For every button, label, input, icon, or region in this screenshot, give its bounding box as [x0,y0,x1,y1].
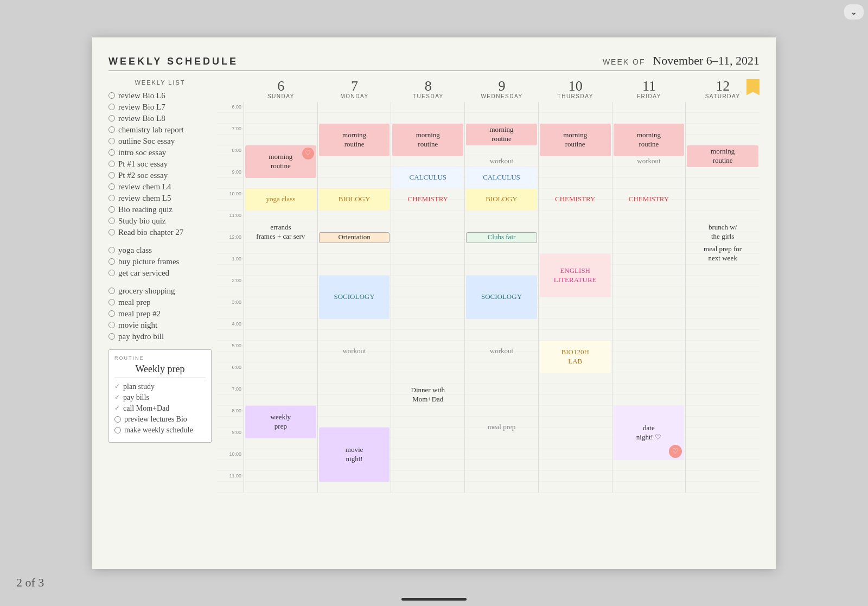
grid-cell [465,286,539,297]
grid-cell [465,319,539,330]
grid-cell [612,308,686,319]
grid-cell [244,384,318,395]
day-headers: 6 SUNDAY 7 MONDAY 8 TUESDAY 9 WEDNESDAY … [217,79,760,102]
grid-cell [686,189,760,200]
grid-cell [612,460,686,471]
grid-cell [391,254,465,265]
grid-cell [539,395,612,406]
checkbox-circle[interactable] [108,104,115,110]
grid-cell [465,221,539,232]
grid-cell [686,471,760,482]
week-of-label: WEEK OF [603,58,646,66]
sidebar-item-text: Pt #2 soc essay [118,171,168,180]
grid-cell [318,276,392,286]
grid-cell [391,265,465,276]
dropdown-button[interactable]: ⌄ [844,4,864,20]
checkbox-circle[interactable] [108,115,115,122]
grid-cell [391,124,465,135]
grid-cell [244,438,318,449]
time-row: 10:00 [217,189,760,200]
grid-cell [686,243,760,254]
grid-cell [686,286,760,297]
routine-box: ROUTINE Weekly prep ✓plan study✓pay bill… [108,349,212,443]
checkbox-circle[interactable] [108,138,115,144]
grid-cell [391,156,465,167]
sidebar-list-item: buy picture frames [108,257,212,266]
grid-cell [244,428,318,438]
checkbox-circle[interactable] [108,270,115,276]
checkbox-circle[interactable] [108,161,115,167]
grid-cell [244,210,318,221]
sidebar-item-text: review Bio L8 [118,114,165,123]
grid-cell [539,210,612,221]
checkbox-circle[interactable] [108,258,115,265]
time-label: 8:00 [217,145,244,156]
grid-cell [539,221,612,232]
grid-cell [465,102,539,113]
grid-cell [244,406,318,417]
grid-cell [686,221,760,232]
sidebar-list-item: intro soc essay [108,148,212,157]
grid-cell [539,438,612,449]
checkbox-circle[interactable] [108,218,115,224]
grid-cell [465,449,539,460]
grid-cell [539,352,612,362]
grid-cell [612,200,686,210]
grid-cell [391,341,465,352]
checkbox-circle[interactable] [108,322,115,328]
checkbox-circle[interactable] [108,299,115,305]
time-row [217,156,760,167]
time-label: 1:00 [217,254,244,265]
grid-cell [244,243,318,254]
grid-cell [391,417,465,428]
checkbox-circle[interactable] [108,183,115,190]
grid-cell [686,265,760,276]
grid-cell [318,210,392,221]
checkbox-circle[interactable] [108,333,115,340]
checkbox-circle[interactable] [108,206,115,213]
checkbox-circle[interactable] [108,92,115,99]
time-label [217,178,244,189]
grid-cell [686,210,760,221]
grid-cell [244,124,318,135]
sidebar-item-text: outline Soc essay [118,137,175,146]
grid-cell [465,384,539,395]
grid-cell [465,254,539,265]
grid-cell [686,341,760,352]
checkbox-circle[interactable] [108,288,115,294]
time-label: 8:00 [217,406,244,417]
checkbox-circle[interactable] [108,310,115,317]
checkbox-circle[interactable] [108,172,115,178]
time-label [217,373,244,384]
grid-cell [244,482,318,493]
grid-cell [465,178,539,189]
grid-cell [318,243,392,254]
grid-cell [465,113,539,124]
grid-cell [465,471,539,482]
time-row [217,265,760,276]
checkbox-circle[interactable] [114,416,121,423]
grid-cell [244,341,318,352]
grid-cell [244,265,318,276]
grid-cell [391,167,465,178]
grid-cell [686,102,760,113]
grid-cell [539,254,612,265]
checkbox-circle[interactable] [108,229,115,235]
sidebar-title: WEEKLY LIST [108,79,212,86]
day-header-friday: 11 FRIDAY [612,79,686,102]
checkbox-circle[interactable] [108,149,115,156]
grid-cell [244,373,318,384]
time-row: 6:00 [217,102,760,113]
grid-cell [612,395,686,406]
checkbox-circle[interactable] [108,247,115,253]
checkbox-circle[interactable] [114,427,121,433]
time-row: 4:00 [217,319,760,330]
grid-cell [612,156,686,167]
grid-cell [686,145,760,156]
checkbox-circle[interactable] [108,195,115,201]
sidebar-list-item: review chem L4 [108,182,212,192]
page-container: WEEKLY SCHEDULE WEEK OF November 6–11, 2… [92,37,776,569]
checkbox-circle[interactable] [108,126,115,133]
time-row [217,482,760,493]
grid-cell [465,200,539,210]
